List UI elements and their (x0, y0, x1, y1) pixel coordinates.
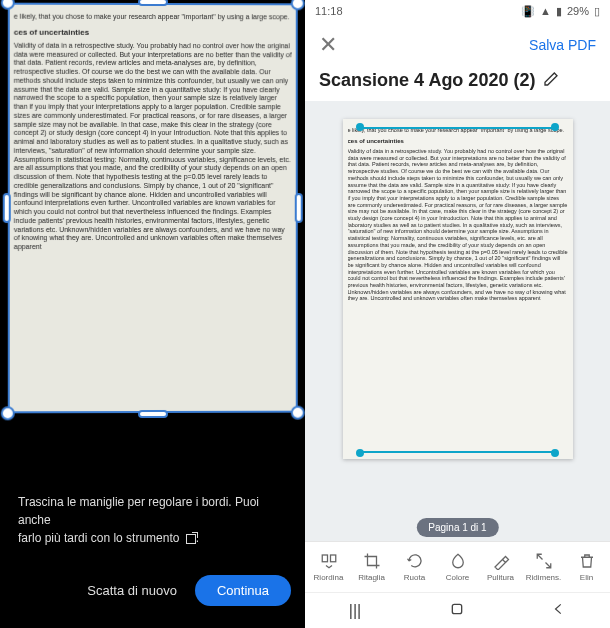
scan-title: Scansione 4 Ago 2020 (2) (319, 70, 535, 91)
hint-text: Trascina le maniglie per regolare i bord… (0, 477, 305, 563)
clean-icon (492, 552, 510, 570)
back-button[interactable] (552, 602, 566, 620)
status-icons: 📳 ▲ ▮ 29% ▯ (521, 5, 600, 18)
preview-text: e likely, that you chose to make your re… (348, 127, 568, 451)
crop-handle-left[interactable] (2, 193, 10, 223)
top-bar: ✕ Salva PDF (305, 22, 610, 68)
retake-button[interactable]: Scatta di nuovo (87, 583, 177, 598)
tool-resize[interactable]: Ridimens. (523, 552, 565, 582)
tool-clean[interactable]: Pulitura (480, 552, 522, 582)
crop-handle-br[interactable] (290, 406, 304, 420)
home-button[interactable] (449, 601, 465, 621)
signal-icon: ▮ (556, 5, 562, 18)
svg-rect-2 (452, 604, 461, 613)
edit-title-icon[interactable] (543, 71, 559, 91)
crop-viewport: e likely, that you chose to make your re… (0, 0, 305, 477)
hint-line2: farlo più tardi con lo strumento (18, 531, 179, 545)
color-icon (449, 552, 467, 570)
crop-handle-tr[interactable] (290, 0, 304, 10)
hint-line1: Trascina le maniglie per regolare i bord… (18, 495, 259, 527)
status-time: 11:18 (315, 5, 343, 17)
crop-screen: e likely, that you chose to make your re… (0, 0, 305, 628)
status-bar: 11:18 📳 ▲ ▮ 29% ▯ (305, 0, 610, 22)
battery-text: 29% (567, 5, 589, 17)
tool-delete[interactable]: Elin (566, 552, 608, 582)
close-icon[interactable]: ✕ (319, 32, 337, 58)
android-navbar: ||| (305, 592, 610, 628)
crop-tool-icon (186, 534, 196, 544)
preview-area: e likely, that you chose to make your re… (305, 101, 610, 541)
tool-color[interactable]: Colore (437, 552, 479, 582)
title-row: Scansione 4 Ago 2020 (2) (305, 68, 610, 101)
continue-button[interactable]: Continua (195, 575, 291, 606)
crop-handle-top[interactable] (137, 0, 167, 6)
sel-handle-tr[interactable] (551, 123, 559, 131)
tool-crop[interactable]: Ritaglia (351, 552, 393, 582)
svg-rect-1 (330, 555, 335, 562)
sel-handle-br[interactable] (551, 449, 559, 457)
svg-rect-0 (322, 555, 327, 562)
wifi-icon: ▲ (540, 5, 551, 17)
battery-icon: ▯ (594, 5, 600, 18)
crop-handle-bottom[interactable] (137, 410, 167, 418)
rotate-icon (406, 552, 424, 570)
action-row: Scatta di nuovo Continua (0, 563, 305, 628)
crop-icon (363, 552, 381, 570)
vibrate-icon: 📳 (521, 5, 535, 18)
crop-handle-bl[interactable] (0, 406, 14, 420)
tool-rotate[interactable]: Ruota (394, 552, 436, 582)
scanned-page: e likely, that you chose to make your re… (7, 3, 297, 414)
page-indicator: Pagina 1 di 1 (416, 518, 498, 537)
save-pdf-button[interactable]: Salva PDF (529, 37, 596, 53)
recent-apps-button[interactable]: ||| (349, 602, 361, 620)
trash-icon (578, 552, 596, 570)
crop-frame[interactable] (7, 3, 297, 414)
crop-handle-tl[interactable] (0, 0, 14, 10)
tool-reorder[interactable]: Riordina (308, 552, 350, 582)
review-screen: 11:18 📳 ▲ ▮ 29% ▯ ✕ Salva PDF Scansione … (305, 0, 610, 628)
sel-handle-bl[interactable] (356, 449, 364, 457)
preview-page[interactable]: e likely, that you chose to make your re… (343, 119, 573, 459)
resize-icon (535, 552, 553, 570)
crop-handle-right[interactable] (294, 193, 302, 223)
reorder-icon (320, 552, 338, 570)
toolbar: Riordina Ritaglia Ruota Colore Pulitura … (305, 541, 610, 592)
